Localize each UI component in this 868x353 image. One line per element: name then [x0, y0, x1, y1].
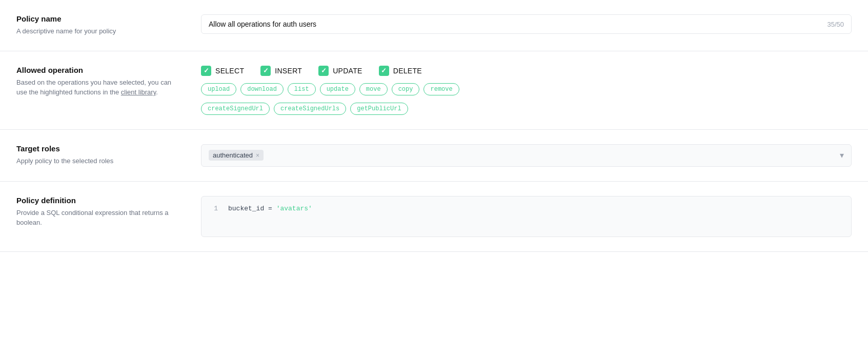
policy-definition-desc: Provide a SQL conditional expression tha…: [16, 208, 180, 228]
policy-definition-right: 1 bucket_id = 'avatars': [201, 196, 852, 237]
target-roles-desc: Apply policy to the selected roles: [16, 156, 180, 166]
fn-update: update: [320, 83, 355, 95]
target-roles-title: Target roles: [16, 144, 180, 153]
chevron-down-icon[interactable]: ▾: [840, 150, 844, 160]
checkbox-delete-label: DELETE: [393, 67, 422, 75]
fn-upload: upload: [201, 83, 236, 95]
policy-name-desc: A descriptive name for your policy: [16, 26, 180, 36]
policy-name-input[interactable]: [209, 20, 822, 28]
target-roles-section: Target roles Apply policy to the selecte…: [0, 130, 868, 182]
allowed-operation-section: Allowed operation Based on the operation…: [0, 51, 868, 130]
allowed-operation-left: Allowed operation Based on the operation…: [16, 66, 180, 97]
checkbox-insert[interactable]: INSERT: [260, 66, 302, 76]
allowed-operation-right: SELECT INSERT UPDATE DELETE upload downl…: [201, 66, 852, 115]
policy-definition-title: Policy definition: [16, 196, 180, 205]
fn-move: move: [359, 83, 388, 95]
policy-name-left: Policy name A descriptive name for your …: [16, 14, 180, 36]
fn-createSignedUrl: createSignedUrl: [201, 103, 270, 115]
role-tag-authenticated: authenticated ×: [209, 150, 264, 161]
client-library-link[interactable]: client library: [121, 88, 156, 96]
fn-copy: copy: [392, 83, 420, 95]
fn-download: download: [240, 83, 284, 95]
checkbox-delete-icon[interactable]: [379, 66, 389, 76]
target-roles-right: authenticated × ▾: [201, 144, 852, 167]
roles-select[interactable]: authenticated × ▾: [201, 144, 852, 167]
role-tag-label: authenticated: [213, 151, 253, 159]
checkbox-update-label: UPDATE: [333, 67, 362, 75]
functions-row-1: upload download list update move copy re…: [201, 83, 852, 95]
checkbox-insert-label: INSERT: [275, 67, 302, 75]
allowed-operation-desc: Based on the operations you have selecte…: [16, 77, 180, 97]
code-area[interactable]: 1 bucket_id = 'avatars': [201, 196, 852, 237]
roles-left: authenticated ×: [209, 150, 264, 161]
fn-createSignedUrls: createSignedUrls: [274, 103, 346, 115]
checkbox-update-icon[interactable]: [318, 66, 329, 76]
checkbox-insert-icon[interactable]: [260, 66, 271, 76]
line-number-1: 1: [210, 205, 218, 212]
policy-definition-left: Policy definition Provide a SQL conditio…: [16, 196, 180, 228]
operations-area: SELECT INSERT UPDATE DELETE upload downl…: [201, 66, 852, 115]
checkboxes-row: SELECT INSERT UPDATE DELETE: [201, 66, 852, 76]
checkbox-select[interactable]: SELECT: [201, 66, 244, 76]
policy-definition-section: Policy definition Provide a SQL conditio…: [0, 182, 868, 252]
policy-name-input-wrapper[interactable]: 35/50: [201, 14, 852, 34]
fn-getPublicUrl: getPublicUrl: [350, 103, 408, 115]
fn-remove: remove: [423, 83, 459, 95]
allowed-operation-title: Allowed operation: [16, 66, 180, 74]
policy-name-section: Policy name A descriptive name for your …: [0, 0, 868, 51]
target-roles-left: Target roles Apply policy to the selecte…: [16, 144, 180, 166]
checkbox-select-label: SELECT: [215, 67, 244, 75]
functions-row-2: createSignedUrl createSignedUrls getPubl…: [201, 103, 852, 115]
code-text: bucket_id = 'avatars': [228, 205, 312, 212]
code-line-1: 1 bucket_id = 'avatars': [210, 205, 843, 212]
checkbox-select-icon[interactable]: [201, 66, 211, 76]
role-tag-remove[interactable]: ×: [256, 152, 259, 159]
char-count: 35/50: [827, 21, 844, 28]
code-string: 'avatars': [276, 205, 312, 212]
checkbox-delete[interactable]: DELETE: [379, 66, 422, 76]
checkbox-update[interactable]: UPDATE: [318, 66, 362, 76]
policy-name-title: Policy name: [16, 14, 180, 23]
policy-name-right: 35/50: [201, 14, 852, 34]
fn-list: list: [288, 83, 316, 95]
